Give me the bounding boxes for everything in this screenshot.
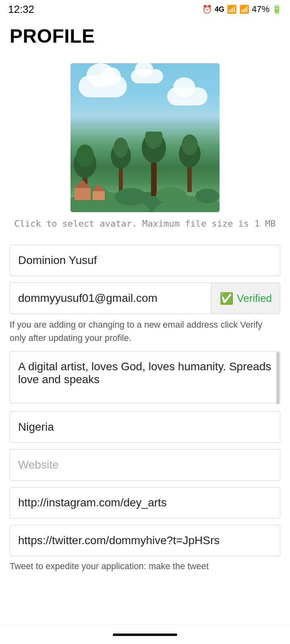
avatar-image[interactable] bbox=[70, 63, 220, 212]
instagram-input[interactable] bbox=[10, 487, 280, 518]
location-input[interactable] bbox=[10, 411, 280, 443]
status-icons: ⏰ 4G 📶 📶 47% 🔋 bbox=[202, 4, 282, 14]
svg-point-17 bbox=[156, 187, 186, 203]
cloud-decoration-3 bbox=[131, 69, 163, 83]
website-input[interactable] bbox=[10, 449, 280, 481]
svg-rect-19 bbox=[75, 188, 91, 200]
verified-check-icon: ✅ bbox=[220, 292, 234, 305]
svg-point-18 bbox=[195, 189, 220, 203]
email-row: ✅ Verified bbox=[10, 283, 280, 314]
svg-point-16 bbox=[115, 188, 147, 206]
email-input[interactable] bbox=[10, 283, 211, 314]
svg-marker-20 bbox=[75, 180, 91, 188]
name-field bbox=[10, 245, 280, 276]
instagram-field bbox=[10, 487, 280, 518]
twitter-input[interactable] bbox=[10, 525, 280, 556]
avatar-hint[interactable]: Click to select avatar. Maximum file siz… bbox=[14, 219, 276, 229]
cloud-decoration-2 bbox=[167, 87, 207, 105]
battery-icon: 🔋 bbox=[272, 4, 282, 14]
twitter-hint: Tweet to expedite your application: make… bbox=[10, 559, 280, 573]
email-hint: If you are adding or changing to a new e… bbox=[10, 318, 280, 345]
svg-point-5 bbox=[76, 144, 94, 167]
verified-button[interactable]: ✅ Verified bbox=[211, 283, 280, 314]
avatar-placeholder bbox=[70, 63, 220, 212]
nav-bar bbox=[0, 625, 290, 644]
website-field bbox=[10, 449, 280, 481]
svg-point-14 bbox=[182, 134, 198, 155]
signal-icon-2: 📶 bbox=[239, 4, 249, 14]
battery-text: 47% bbox=[252, 4, 269, 14]
cloud-decoration bbox=[79, 75, 127, 97]
status-bar: 12:32 ⏰ 4G 📶 📶 47% 🔋 bbox=[0, 0, 290, 18]
connectivity-icon: 4G bbox=[215, 5, 224, 14]
status-time: 12:32 bbox=[8, 3, 34, 16]
signal-icon-1: 📶 bbox=[227, 4, 237, 14]
alarm-icon: ⏰ bbox=[202, 4, 212, 14]
svg-point-8 bbox=[114, 138, 128, 158]
verified-label: Verified bbox=[237, 292, 272, 305]
avatar-section: Click to select avatar. Maximum file siz… bbox=[0, 51, 290, 237]
bio-wrapper bbox=[10, 351, 280, 405]
bio-scrollbar bbox=[276, 352, 280, 404]
twitter-field: Tweet to expedite your application: make… bbox=[10, 525, 280, 573]
home-indicator[interactable] bbox=[113, 634, 177, 636]
form-section: ✅ Verified If you are adding or changing… bbox=[0, 237, 290, 595]
location-field bbox=[10, 411, 280, 443]
page-title: PROFILE bbox=[0, 18, 290, 51]
svg-rect-21 bbox=[93, 191, 105, 200]
bio-textarea[interactable] bbox=[10, 351, 280, 403]
name-input[interactable] bbox=[10, 245, 280, 276]
landscape-svg bbox=[70, 132, 220, 212]
